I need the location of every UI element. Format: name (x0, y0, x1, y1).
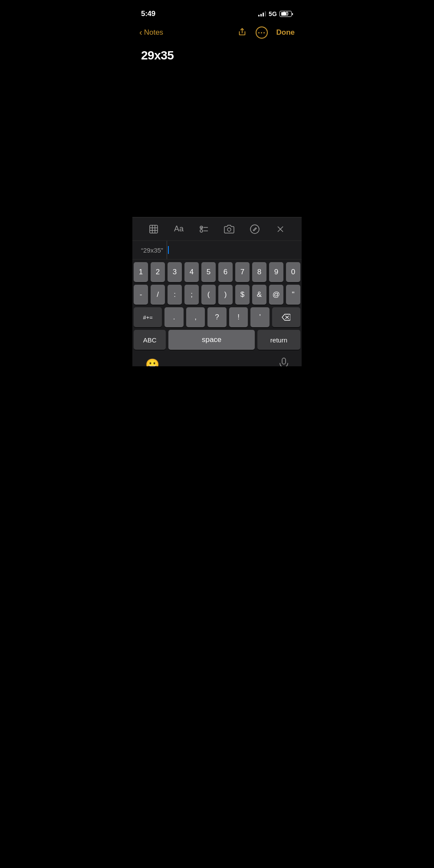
signal-bars-icon (258, 11, 266, 16)
nav-bar: ‹ Notes Done (132, 22, 302, 43)
keyboard-row-1: 1 2 3 4 5 6 7 8 9 0 (132, 260, 302, 282)
key-delete[interactable] (272, 307, 300, 327)
note-title: 29x35 (141, 49, 293, 62)
key-semicolon[interactable]: ; (184, 285, 199, 305)
signal-bar-4 (265, 11, 266, 16)
markup-button[interactable] (250, 224, 260, 234)
back-button[interactable]: ‹ Notes (139, 28, 163, 37)
svg-point-8 (200, 230, 203, 232)
key-apostrophe[interactable]: ' (250, 307, 270, 327)
status-time: 5:49 (141, 10, 155, 18)
back-label: Notes (144, 28, 163, 37)
battery-level: 60 (280, 11, 291, 17)
key-return[interactable]: return (257, 330, 300, 350)
key-9[interactable]: 9 (269, 262, 283, 282)
key-abc[interactable]: ABC (134, 330, 166, 350)
key-question[interactable]: ? (207, 307, 227, 327)
keyboard-row-3: #+= . , ? ! ' (132, 305, 302, 327)
done-button[interactable]: Done (276, 28, 295, 37)
format-button[interactable]: Aa (174, 224, 184, 233)
key-8[interactable]: 8 (252, 262, 266, 282)
key-space[interactable]: space (168, 330, 254, 350)
key-comma[interactable]: , (186, 307, 205, 327)
more-button[interactable] (256, 26, 268, 39)
key-period[interactable]: . (164, 307, 184, 327)
key-open-paren[interactable]: ( (201, 285, 216, 305)
close-keyboard-button[interactable] (275, 224, 286, 234)
status-right-icons: 5G 60 (258, 10, 293, 17)
nav-actions: Done (237, 26, 295, 39)
key-close-paren[interactable]: ) (218, 285, 233, 305)
autocorrect-suggestion[interactable]: “29x35” (138, 241, 167, 259)
key-1[interactable]: 1 (134, 262, 148, 282)
keyboard-row-4: ABC space return (132, 327, 302, 352)
note-content[interactable]: 29x35 (132, 43, 302, 217)
formatting-toolbar: Aa (132, 217, 302, 240)
more-dot (258, 32, 260, 33)
keyboard-row-2: - / : ; ( ) $ & @ " (132, 282, 302, 305)
more-dot (261, 32, 262, 33)
key-5[interactable]: 5 (201, 262, 216, 282)
key-exclamation[interactable]: ! (229, 307, 248, 327)
key-6[interactable]: 6 (218, 262, 233, 282)
keyboard: 1 2 3 4 5 6 7 8 9 0 - / : ; ( ) $ & @ " … (132, 260, 302, 352)
svg-point-10 (227, 228, 231, 231)
key-2[interactable]: 2 (151, 262, 165, 282)
status-bar: 5:49 5G 60 (132, 0, 302, 22)
key-dash[interactable]: - (134, 285, 148, 305)
bottom-bar: 😀 (132, 352, 302, 366)
key-4[interactable]: 4 (184, 262, 199, 282)
autocorrect-bar: “29x35” (132, 240, 302, 260)
key-ampersand[interactable]: & (252, 285, 266, 305)
share-button[interactable] (237, 27, 247, 39)
signal-bar-3 (263, 13, 264, 16)
signal-bar-1 (258, 15, 260, 16)
battery-icon: 60 (279, 11, 293, 17)
key-colon[interactable]: : (168, 285, 182, 305)
key-3[interactable]: 3 (168, 262, 182, 282)
network-label: 5G (269, 10, 277, 17)
more-dot (263, 32, 265, 33)
mic-button[interactable] (279, 358, 289, 366)
key-quote[interactable]: " (286, 285, 300, 305)
signal-bar-2 (260, 14, 262, 16)
back-chevron-icon: ‹ (139, 27, 142, 37)
key-dollar[interactable]: $ (235, 285, 250, 305)
camera-button[interactable] (224, 224, 234, 234)
svg-rect-1 (150, 225, 158, 233)
text-cursor (168, 246, 169, 254)
checklist-button[interactable] (199, 224, 209, 234)
key-at[interactable]: @ (269, 285, 283, 305)
table-button[interactable] (148, 224, 159, 234)
emoji-button[interactable]: 😀 (145, 358, 159, 367)
key-slash[interactable]: / (151, 285, 165, 305)
key-7[interactable]: 7 (235, 262, 250, 282)
key-symbols-toggle[interactable]: #+= (134, 307, 162, 327)
key-0[interactable]: 0 (286, 262, 300, 282)
svg-rect-16 (282, 358, 286, 364)
